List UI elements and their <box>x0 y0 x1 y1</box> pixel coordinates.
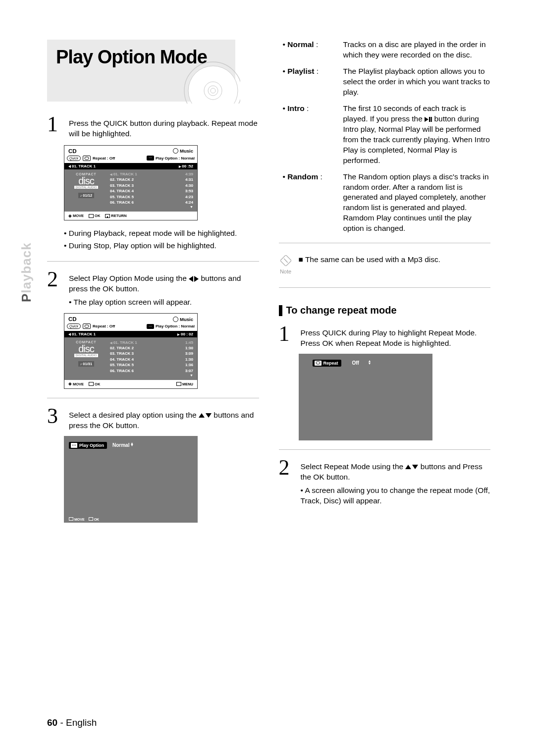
popup-value: Off <box>352 360 359 366</box>
compact-disc-logo: COMPACT disc DIGITAL AUDIO <box>67 172 105 189</box>
def-normal: Normal : Tracks on a disc are played in … <box>279 40 491 60</box>
popup-value: Normal <box>112 442 129 448</box>
popup-label: Play Option <box>79 443 104 448</box>
repeat-step-2: 2 Select Repeat Mode using the buttons a… <box>279 459 491 506</box>
play-option-label: Play Option : Normal <box>156 156 195 161</box>
disc-icon <box>176 56 240 110</box>
now-playing: 01. TRACK 1 <box>68 164 96 168</box>
step-text: Select Repeat Mode using the buttons and… <box>301 459 491 506</box>
loop-icon <box>315 361 321 366</box>
track-list: 01. TRACK 11:45 02. TRACK 21:30 03. TRAC… <box>107 337 197 379</box>
step-text: Select a desired play option using the b… <box>69 407 259 431</box>
foot-move: ✥MOVE <box>68 382 84 386</box>
updown-icon <box>368 360 372 365</box>
popup-foot-move: MOVE <box>69 517 85 521</box>
osd-cd-label: CD <box>68 316 77 322</box>
play-option-chip: ⋯ <box>147 324 154 329</box>
down-arrow-icon <box>412 465 418 469</box>
divider <box>279 449 491 450</box>
osd-screenshot-2: CD Music Quick Repeat : Off ⋯ Play Optio… <box>64 313 198 388</box>
track-list: 01. TRACK 14:39 02. TRACK 24:31 03. TRAC… <box>107 169 197 212</box>
step-3: 3 Select a desired play option using the… <box>47 407 259 431</box>
foot-ok: OK <box>89 382 100 386</box>
step-text: Select Play Option Mode using the button… <box>69 270 259 308</box>
osd-cd-label: CD <box>68 148 77 154</box>
right-arrow-icon <box>194 276 199 282</box>
step-text: Press QUICK during Play to highlight Rep… <box>301 325 491 349</box>
play-option-label: Play Option : Normal <box>156 324 195 328</box>
elapsed-time: 00 :52 <box>179 164 193 168</box>
divider <box>279 287 491 288</box>
step-2: 2 Select Play Option Mode using the butt… <box>47 270 259 308</box>
repeat-label: Repeat : Off <box>93 324 115 328</box>
section-tab: Playback <box>19 242 34 302</box>
step-text: Press the QUICK button during playback. … <box>69 115 259 139</box>
title-banner: Play Option Mode <box>47 40 235 102</box>
note: Note The same can be used with a Mp3 dis… <box>279 255 491 274</box>
step-number: 1 <box>47 113 65 135</box>
step-number: 2 <box>279 457 297 479</box>
def-playlist: Playlist : The Playlist playback option … <box>279 66 491 98</box>
quick-badge: Quick <box>67 156 81 161</box>
step-number: 1 <box>279 323 297 345</box>
step-number: 3 <box>47 405 65 427</box>
foot-return: RETURN <box>105 214 126 218</box>
foot-move: ✥MOVE <box>68 214 84 218</box>
step-number: 2 <box>47 269 65 290</box>
osd-music-label: Music <box>173 148 193 154</box>
page-footer: 60 - English <box>47 717 97 728</box>
note-text: The same can be used with a Mp3 disc. <box>299 255 441 264</box>
repeat-step-1: 1 Press QUICK during Play to highlight R… <box>279 325 491 349</box>
up-arrow-icon <box>199 413 205 418</box>
foot-menu: MENU <box>176 382 193 386</box>
popup-label: Repeat <box>323 361 338 366</box>
repeat-label: Repeat : Off <box>93 156 115 161</box>
up-arrow-icon <box>405 465 411 469</box>
divider <box>47 398 259 398</box>
def-random: Random : The Random option plays a disc'… <box>279 172 491 234</box>
now-playing: 01. TRACK 1 <box>68 332 96 336</box>
track-counter: 01/31 <box>78 361 94 367</box>
popup-foot-ok: OK <box>89 517 100 521</box>
divider <box>47 261 259 262</box>
subheading: To change repeat mode <box>279 305 491 316</box>
step-1: 1 Press the QUICK button during playback… <box>47 115 259 139</box>
updown-icon <box>130 442 134 447</box>
play-option-popup: ⋯Play Option Normal MOVE OK <box>64 436 198 523</box>
def-intro: Intro : The first 10 seconds of each tra… <box>279 104 491 166</box>
quick-badge: Quick <box>67 324 81 329</box>
repeat-popup: Repeat Off <box>299 354 432 440</box>
option-definitions: Normal : Tracks on a disc are played in … <box>279 40 491 234</box>
osd-music-label: Music <box>173 317 193 322</box>
step1-notes: During Playback, repeat mode will be hig… <box>64 227 259 252</box>
scroll-down-icon <box>110 205 193 209</box>
divider <box>279 243 491 243</box>
loop-icon <box>83 324 91 329</box>
track-counter: 01/12 <box>78 193 94 198</box>
down-arrow-icon <box>206 413 212 418</box>
loop-icon <box>83 156 91 161</box>
popup-chip-icon: ⋯ <box>71 443 77 448</box>
play-pause-icon <box>425 114 432 124</box>
elapsed-time: 00 : 02 <box>177 332 193 336</box>
foot-ok: OK <box>89 214 100 218</box>
scroll-down-icon <box>110 374 193 377</box>
note-icon <box>280 255 291 266</box>
play-option-chip: ⋯ <box>147 156 154 161</box>
left-arrow-icon <box>189 276 193 282</box>
compact-disc-logo: COMPACT disc DIGITAL AUDIO <box>67 340 105 357</box>
osd-screenshot-1: CD Music Quick Repeat : Off ⋯ Play Optio… <box>64 145 198 220</box>
